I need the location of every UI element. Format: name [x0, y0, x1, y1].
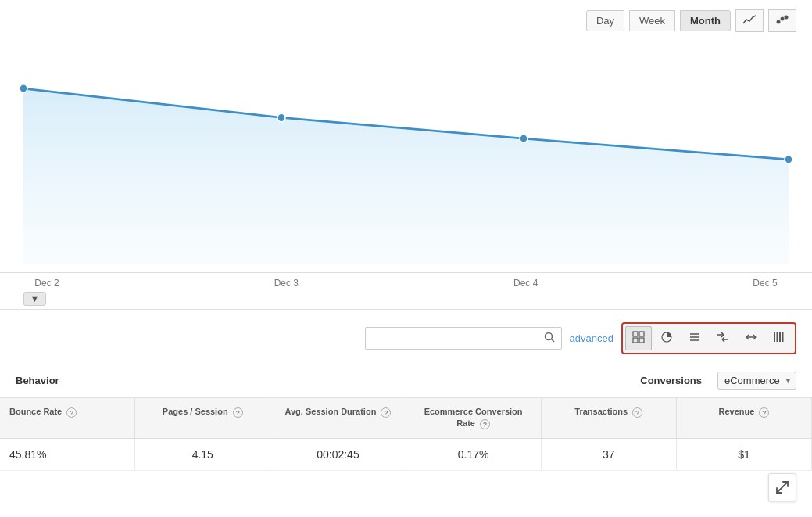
dot-chart-icon[interactable] [768, 9, 796, 32]
behavior-label: Behavior [16, 375, 59, 386]
x-label-dec5: Dec 5 [742, 278, 789, 289]
svg-rect-10 [633, 332, 638, 336]
column-headers: Bounce Rate ? Pages / Session ? Avg. Ses… [0, 398, 812, 439]
col-header-transactions: Transactions ? [542, 398, 677, 438]
svg-marker-3 [23, 88, 789, 264]
column-view-button[interactable] [766, 326, 792, 350]
bounce-rate-help-icon[interactable]: ? [66, 407, 77, 418]
svg-point-0 [777, 20, 781, 24]
svg-rect-29 [774, 332, 775, 342]
compare-view-button[interactable] [710, 326, 736, 350]
bar-view-button[interactable] [681, 326, 708, 350]
x-label-dec4: Dec 4 [503, 278, 549, 289]
svg-line-33 [783, 482, 789, 487]
transactions-help-icon[interactable]: ? [632, 407, 642, 418]
x-axis: Dec 2 Dec 3 Dec 4 Dec 5 [0, 273, 812, 289]
svg-rect-13 [639, 338, 644, 343]
pages-session-cell: 4.15 [135, 439, 270, 470]
search-button[interactable] [538, 328, 561, 349]
svg-rect-31 [779, 332, 781, 342]
svg-point-1 [781, 17, 785, 21]
data-table-wrapper: Behavior Conversions eCommerce Goals Bou… [0, 364, 812, 471]
search-input[interactable] [366, 329, 538, 348]
svg-rect-12 [633, 338, 638, 343]
col-header-pages-session: Pages / Session ? [135, 398, 270, 438]
line-chart [0, 38, 812, 273]
pie-view-button[interactable] [653, 326, 680, 350]
avg-session-cell: 00:02:45 [270, 439, 406, 470]
table-row: 45.81% 4.15 00:02:45 0.17% 37 $1 [0, 439, 812, 471]
svg-line-9 [551, 339, 554, 343]
bounce-rate-cell: 45.81% [0, 439, 135, 470]
svg-point-5 [277, 113, 285, 122]
col-header-ecommerce-rate: Ecommerce Conversion Rate ? [406, 398, 542, 438]
svg-point-2 [785, 16, 789, 20]
conversions-select[interactable]: eCommerce Goals [717, 372, 796, 390]
avg-session-help-icon[interactable]: ? [381, 407, 391, 418]
month-button[interactable]: Month [680, 10, 731, 31]
svg-rect-11 [639, 332, 644, 336]
col-header-avg-session: Avg. Session Duration ? [270, 398, 406, 438]
svg-rect-32 [782, 332, 784, 342]
expand-button[interactable] [768, 473, 796, 501]
revenue-cell: $1 [677, 439, 812, 470]
week-button[interactable]: Week [629, 10, 675, 31]
line-chart-icon[interactable] [735, 9, 764, 32]
conversions-wrap: eCommerce Goals [717, 372, 796, 390]
view-toggle-group [621, 322, 796, 354]
range-selector-button[interactable]: ▼ [23, 292, 46, 306]
range-selector: ▼ [0, 289, 812, 309]
x-label-dec2: Dec 2 [23, 278, 70, 289]
svg-line-34 [777, 488, 782, 494]
svg-point-7 [785, 156, 792, 164]
col-header-revenue: Revenue ? [677, 398, 812, 438]
svg-point-6 [520, 135, 528, 143]
revenue-help-icon[interactable]: ? [759, 407, 769, 418]
search-wrap [365, 327, 562, 350]
top-toolbar: Day Week Month [0, 0, 812, 38]
advanced-link[interactable]: advanced [570, 332, 613, 344]
x-label-dec3: Dec 3 [263, 278, 309, 289]
section-header: Behavior Conversions eCommerce Goals [0, 364, 812, 398]
ecommerce-rate-help-icon[interactable]: ? [480, 419, 490, 429]
day-button[interactable]: Day [586, 10, 624, 31]
conversions-label: Conversions [640, 375, 702, 386]
pivot-view-button[interactable] [738, 326, 764, 350]
middle-section: advanced [0, 310, 812, 364]
pages-session-help-icon[interactable]: ? [233, 407, 243, 418]
grid-view-button[interactable] [625, 326, 652, 350]
ecommerce-rate-cell: 0.17% [406, 439, 542, 470]
col-header-bounce-rate: Bounce Rate ? [0, 398, 135, 438]
svg-point-4 [20, 84, 27, 93]
svg-rect-30 [777, 332, 778, 342]
svg-point-8 [545, 333, 552, 340]
transactions-cell: 37 [542, 439, 677, 470]
